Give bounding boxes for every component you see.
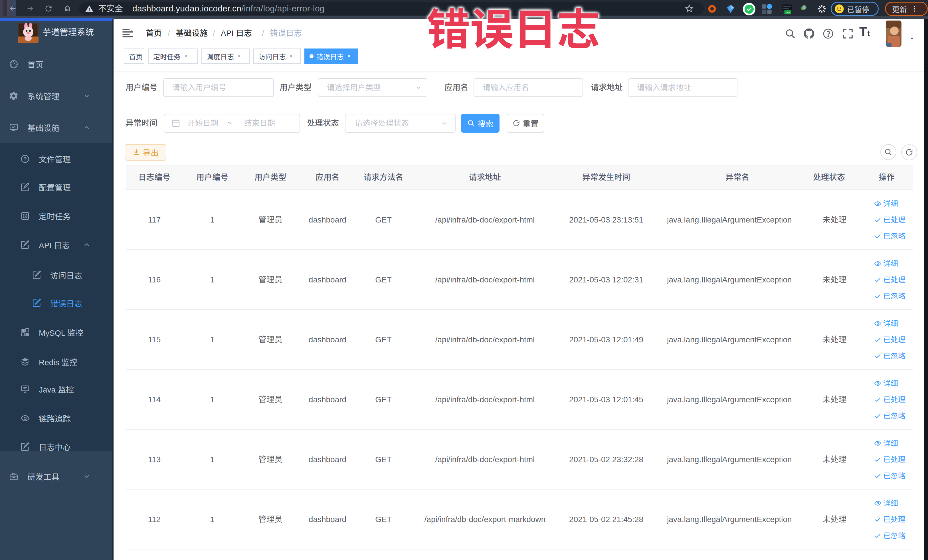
svg-text:on: on [786, 11, 790, 14]
